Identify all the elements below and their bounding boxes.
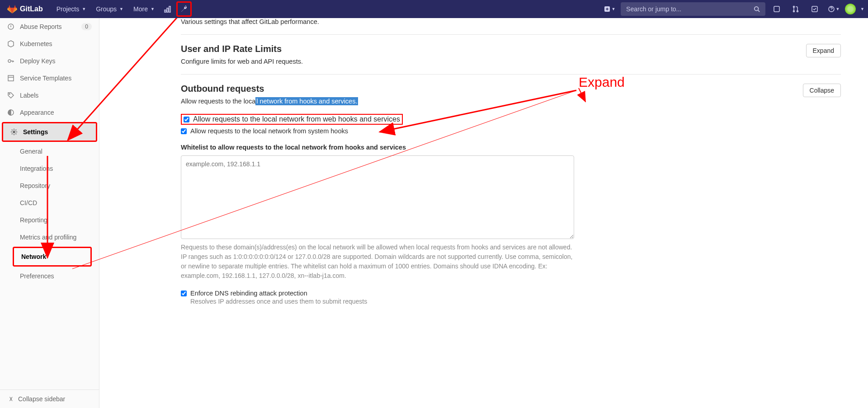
svg-marker-12	[8, 41, 14, 47]
top-navbar: GitLab Projects▼ Groups▼ More▼ ▼ ▼ ▼	[0, 0, 868, 18]
nav-projects[interactable]: Projects▼	[52, 3, 91, 15]
chevron-down-icon: ▼	[860, 7, 864, 11]
merge-requests-icon[interactable]	[788, 1, 803, 17]
dns-help: Resolves IP addresses once and uses them…	[190, 298, 841, 305]
section-desc: Various settings that affect GitLab perf…	[181, 18, 319, 25]
nav-more[interactable]: More▼	[129, 3, 159, 15]
sidebar-sub-general[interactable]: General	[0, 143, 99, 160]
chevron-down-icon: ▼	[151, 7, 155, 11]
sidebar-item-label: Kubernetes	[20, 40, 52, 47]
svg-rect-0	[165, 10, 166, 12]
collapse-icon	[7, 396, 14, 402]
search-input[interactable]	[626, 5, 754, 13]
svg-point-4	[755, 7, 759, 11]
gitlab-icon	[7, 4, 17, 14]
sidebar-sub-cicd[interactable]: CI/CD	[0, 194, 99, 211]
brand-name: GitLab	[20, 5, 43, 13]
search-icon	[754, 6, 760, 12]
checkbox-dns-rebinding[interactable]	[181, 291, 187, 296]
chevron-down-icon: ▼	[119, 7, 123, 11]
sidebar-item-service-templates[interactable]: Service Templates	[0, 70, 99, 87]
sidebar-sub-network[interactable]: Network	[13, 247, 92, 267]
section-title: Outbound requests	[181, 84, 358, 94]
abuse-badge: 0	[81, 23, 92, 30]
gitlab-logo[interactable]: GitLab	[4, 4, 47, 14]
sidebar-sub-preferences[interactable]: Preferences	[0, 267, 99, 285]
sidebar-item-deploy-keys[interactable]: Deploy Keys	[0, 52, 99, 70]
section-rate-limits: User and IP Rate Limits Configure limits…	[181, 35, 841, 75]
svg-point-13	[8, 60, 11, 62]
highlighted-checkbox-row: Allow requests to the local network from…	[181, 114, 403, 125]
collapse-button[interactable]: Collapse	[803, 84, 841, 97]
main-content: Various settings that affect GitLab perf…	[99, 18, 868, 408]
primary-nav: Projects▼ Groups▼ More▼	[52, 1, 192, 17]
whitelist-help: Requests to these domain(s)/address(es) …	[181, 243, 574, 281]
sidebar-item-label: Labels	[20, 92, 38, 99]
sidebar-item-settings[interactable]: Settings	[2, 122, 97, 142]
sidebar-item-label: Appearance	[20, 109, 54, 116]
template-icon	[7, 75, 14, 82]
svg-point-17	[13, 131, 15, 133]
search-box[interactable]	[621, 2, 765, 16]
label-icon	[7, 92, 14, 99]
abuse-icon	[7, 23, 14, 30]
highlighted-text: l network from hooks and services.	[255, 97, 358, 105]
plus-icon[interactable]: ▼	[602, 1, 617, 17]
annotation-expand-label: Expand	[579, 75, 625, 90]
expand-button[interactable]: Expand	[806, 44, 841, 57]
nav-groups[interactable]: Groups▼	[91, 3, 128, 15]
sidebar-item-abuse-reports[interactable]: Abuse Reports 0	[0, 18, 99, 35]
gear-icon	[10, 128, 18, 136]
section-performance: Various settings that affect GitLab perf…	[181, 18, 841, 35]
sidebar-sub-integrations[interactable]: Integrations	[0, 160, 99, 177]
sidebar-item-label: Abuse Reports	[20, 23, 62, 30]
section-title: User and IP Rate Limits	[181, 44, 303, 54]
sidebar-sub-repository[interactable]: Repository	[0, 177, 99, 194]
sidebar-sub-metrics[interactable]: Metrics and profiling	[0, 229, 99, 246]
sidebar-sub-reporting[interactable]: Reporting	[0, 211, 99, 229]
collapse-sidebar[interactable]: Collapse sidebar	[0, 389, 99, 408]
key-icon	[7, 57, 14, 65]
section-desc: Allow requests to the local network from…	[181, 98, 358, 105]
sidebar-item-appearance[interactable]: Appearance	[0, 104, 99, 121]
checkbox-allow-system-hooks[interactable]	[181, 128, 187, 134]
checkbox-label: Allow requests to the local network from…	[193, 115, 400, 123]
checkbox-label: Allow requests to the local network from…	[190, 127, 348, 135]
section-desc: Configure limits for web and API request…	[181, 58, 303, 65]
sidebar-item-kubernetes[interactable]: Kubernetes	[0, 35, 99, 52]
checkbox-allow-web-hooks[interactable]	[184, 117, 189, 122]
admin-sidebar: Abuse Reports 0 Kubernetes Deploy Keys S…	[0, 18, 99, 408]
whitelist-textarea[interactable]	[181, 155, 574, 239]
todos-icon[interactable]	[807, 1, 822, 17]
sidebar-item-label: Service Templates	[20, 75, 71, 82]
topbar-right: ▼ ▼ ▼	[602, 1, 864, 17]
svg-point-15	[9, 94, 10, 94]
sidebar-item-labels[interactable]: Labels	[0, 87, 99, 104]
help-icon[interactable]: ▼	[826, 1, 841, 17]
svg-rect-14	[8, 75, 14, 81]
section-outbound-requests: Outbound requests Allow requests to the …	[181, 75, 841, 314]
sidebar-item-label: Deploy Keys	[20, 57, 56, 65]
svg-rect-1	[167, 8, 168, 12]
issues-icon[interactable]	[769, 1, 784, 17]
chevron-down-icon: ▼	[82, 7, 86, 11]
chevron-down-icon: ▼	[612, 7, 616, 11]
user-avatar[interactable]	[845, 4, 856, 14]
appearance-icon	[7, 109, 14, 116]
kubernetes-icon	[7, 40, 14, 47]
activity-icon[interactable]	[160, 1, 175, 17]
svg-rect-5	[774, 6, 779, 12]
chevron-down-icon: ▼	[836, 7, 840, 11]
admin-wrench-icon[interactable]	[176, 1, 192, 17]
whitelist-label: Whitelist to allow requests to the local…	[181, 144, 841, 151]
checkbox-label: Enforce DNS rebinding attack protection	[190, 290, 307, 297]
sidebar-item-label: Settings	[23, 128, 48, 136]
svg-rect-2	[169, 6, 170, 12]
